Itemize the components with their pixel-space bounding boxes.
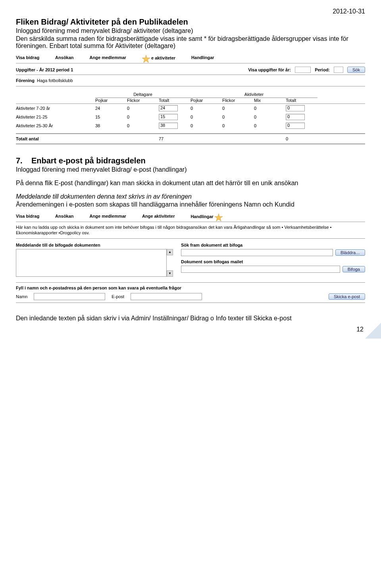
tab-handlingar[interactable]: Handlingar <box>191 55 214 61</box>
document-date: 2012-10-31 <box>16 8 365 15</box>
col-totalt-2: Totalt <box>286 98 318 103</box>
page-number: 12 <box>356 326 364 333</box>
cell-value: 0 <box>190 106 222 111</box>
svg-marker-1 <box>215 214 223 221</box>
section-title: Enbart e-post på bidragsdelen <box>31 156 146 165</box>
total-label: Totalt antal <box>16 136 95 141</box>
skicka-epost-button[interactable]: Skicka e-post <box>329 293 365 300</box>
period-label: Period: <box>315 67 330 72</box>
namn-input[interactable] <box>34 293 105 300</box>
sec7-line2: På denna flik E-post (handlingar) kan ma… <box>16 180 365 187</box>
cell-value: 38 <box>95 123 127 128</box>
tab2-ange-aktiviteter[interactable]: Ange aktiviteter <box>142 214 175 220</box>
highlight-star-icon-2 <box>215 214 223 220</box>
sec7-line4: Ärendemeningen i e-posten som skapas til… <box>16 201 365 208</box>
col-flickor-1: Flickor <box>127 98 159 103</box>
screenshot-handlingar: Visa bidrag Ansökan Ange medlemmar Ange … <box>16 214 365 303</box>
forening-label: Förening <box>16 78 35 83</box>
tab-ange-aktiviteter[interactable]: e aktiviteter <box>142 55 175 61</box>
cell-value: 0 <box>222 115 254 119</box>
col-totalt-1: Totalt <box>159 98 190 103</box>
cell-value: 0 <box>286 114 305 120</box>
handlingar-description: Här kan nu ladda upp och skicka in dokum… <box>16 224 365 236</box>
col-mix: Mix <box>254 98 286 103</box>
footer-text: Den inledande texten på sidan skriv i vi… <box>16 315 365 322</box>
file-path-input[interactable] <box>181 249 333 256</box>
sec7-line3: Meddelande till dokumenten denna text sk… <box>16 193 365 200</box>
table-row: Aktiviteter 7-20 år240240000 <box>16 104 365 113</box>
table-row: Aktiviteter 21-25150150000 <box>16 113 365 121</box>
bifoga-button[interactable]: Bifoga <box>343 266 365 272</box>
tab2-handlingar-label: Handlingar <box>190 214 213 219</box>
highlight-star-icon <box>142 55 150 61</box>
dokument-input[interactable] <box>181 266 340 273</box>
tab-label-partial: e aktiviteter <box>151 56 175 60</box>
page-heading: Fliken Bidrag/ Aktiviteter på den Publik… <box>16 17 365 27</box>
epost-input[interactable] <box>131 293 202 300</box>
namn-label: Namn <box>16 294 27 299</box>
page-corner-fold-icon <box>365 323 381 339</box>
cell-value: 0 <box>286 123 305 129</box>
section-7-heading: 7. Enbart e-post på bidragsdelen <box>16 156 365 165</box>
cell-value: 0 <box>222 106 254 111</box>
table-row: Aktiviteter 25-30 År380380000 <box>16 121 365 130</box>
scroll-up-icon[interactable]: ▲ <box>167 249 173 255</box>
group-deltagare: Deltagare <box>95 92 190 98</box>
meddelande-textarea[interactable] <box>16 249 167 277</box>
cell-value: 38 <box>159 123 178 129</box>
section-number: 7. <box>16 156 23 165</box>
cell-value: 0 <box>127 106 159 111</box>
visa-ar-label: Visa uppgifter för år: <box>248 67 291 72</box>
tab-ansokan[interactable]: Ansökan <box>55 55 73 61</box>
col-pojkar-1: Pojkar <box>95 98 127 103</box>
bladdra-button[interactable]: Bläddra… <box>335 249 365 256</box>
uppgifter-title: Uppgifter - År 2012 period 1 <box>16 67 73 72</box>
cell-value: 0 <box>127 123 159 128</box>
cell-value: 0 <box>190 123 222 128</box>
epost-label: E-post <box>112 294 124 299</box>
meddelande-label: Meddelande till de bifogade dokumenten <box>16 243 173 247</box>
cell-value: 15 <box>159 114 178 120</box>
group-aktiviteter: Aktiviteter <box>190 92 318 98</box>
scroll-down-icon[interactable]: ▼ <box>167 270 173 277</box>
total-deltagare: 77 <box>159 136 190 141</box>
cell-value: 0 <box>254 115 286 119</box>
cell-value: 24 <box>95 106 127 111</box>
tab-visa-bidrag[interactable]: Visa bidrag <box>16 55 39 61</box>
cell-value: 0 <box>222 123 254 128</box>
total-aktiviteter: 0 <box>286 136 318 141</box>
tab2-handlingar[interactable]: Handlingar <box>190 214 223 220</box>
cell-value: 0 <box>254 106 286 111</box>
cell-value: 15 <box>95 115 127 119</box>
sec7-line1: Inloggad förening med menyvalet Bidrag/ … <box>16 166 365 173</box>
cell-value: 0 <box>190 115 222 119</box>
dokument-label: Dokument som bifogas mailet <box>181 259 365 264</box>
tab2-ansokan[interactable]: Ansökan <box>55 214 73 220</box>
intro-line-2: Den särskilda summa raden för bidragsber… <box>16 35 365 50</box>
tab2-visa-bidrag[interactable]: Visa bidrag <box>16 214 39 220</box>
intro-line-1: Inloggad förening med menyvalet Bidrag/ … <box>16 27 365 34</box>
tab2-ange-medlemmar[interactable]: Ange medlemmar <box>90 214 126 220</box>
sok-button[interactable]: Sök <box>347 67 365 73</box>
year-input[interactable] <box>295 67 311 73</box>
sok-fram-label: Sök fram dokument att bifoga <box>181 243 365 247</box>
col-flickor-2: Flickor <box>222 98 254 103</box>
cell-value: 0 <box>286 105 305 111</box>
period-input[interactable] <box>334 67 343 73</box>
row-name: Aktiviteter 25-30 År <box>16 123 95 128</box>
forening-name: Haga fotbollsklubb <box>37 78 73 83</box>
tab-ange-medlemmar[interactable]: Ange medlemmar <box>90 55 126 61</box>
svg-marker-0 <box>142 55 150 63</box>
col-pojkar-2: Pojkar <box>190 98 222 103</box>
screenshot-aktiviteter: Visa bidrag Ansökan Ange medlemmar e akt… <box>16 55 365 144</box>
row-name: Aktiviteter 7-20 år <box>16 106 95 111</box>
cell-value: 0 <box>127 115 159 119</box>
row-name: Aktiviteter 21-25 <box>16 115 95 119</box>
cell-value: 24 <box>159 105 178 111</box>
cell-value: 0 <box>254 123 286 128</box>
fyll-label: Fyll i namn och e-postadress på den pers… <box>16 285 365 291</box>
